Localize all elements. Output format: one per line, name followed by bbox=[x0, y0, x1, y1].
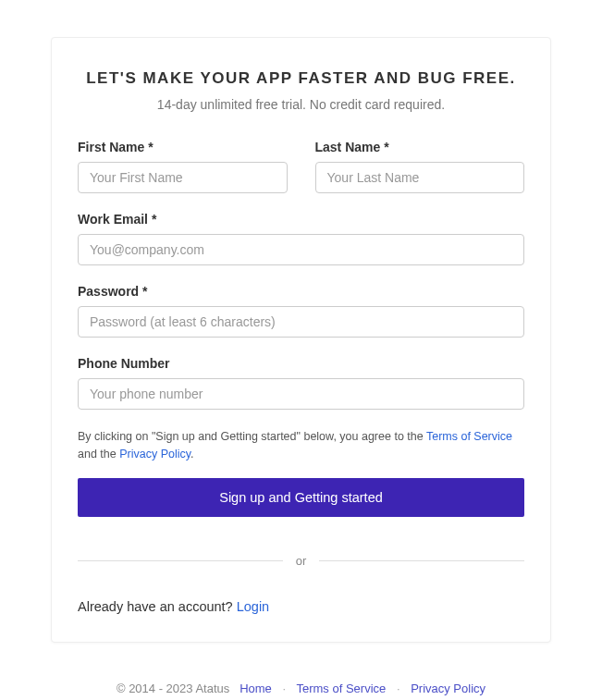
terms-text: By clicking on "Sign up and Getting star… bbox=[78, 428, 524, 463]
first-name-field: First Name * bbox=[78, 140, 288, 193]
divider: or bbox=[78, 554, 524, 568]
password-label: Password * bbox=[78, 284, 524, 299]
email-label: Work Email * bbox=[78, 212, 524, 227]
terms-of-service-link[interactable]: Terms of Service bbox=[426, 430, 512, 443]
password-field: Password * bbox=[78, 284, 524, 338]
signup-button[interactable]: Sign up and Getting started bbox=[78, 478, 524, 517]
phone-input[interactable] bbox=[78, 378, 524, 410]
footer-copyright: © 2014 - 2023 Atatus bbox=[117, 682, 229, 695]
footer: © 2014 - 2023 Atatus Home · Terms of Ser… bbox=[0, 682, 602, 695]
phone-label: Phone Number bbox=[78, 356, 524, 371]
terms-middle: and the bbox=[78, 448, 119, 461]
terms-suffix: . bbox=[190, 448, 193, 461]
footer-sep-2: · bbox=[397, 682, 400, 695]
footer-sep-1: · bbox=[282, 682, 286, 695]
login-link[interactable]: Login bbox=[237, 599, 269, 614]
divider-line-right bbox=[319, 560, 524, 561]
name-row: First Name * Last Name * bbox=[78, 140, 524, 212]
footer-home-link[interactable]: Home bbox=[240, 682, 272, 695]
login-prompt: Already have an account? Login bbox=[78, 599, 524, 614]
email-field: Work Email * bbox=[78, 212, 524, 265]
first-name-input[interactable] bbox=[78, 162, 288, 193]
footer-tos-link[interactable]: Terms of Service bbox=[296, 682, 386, 695]
signup-card: LET'S MAKE YOUR APP FASTER AND BUG FREE.… bbox=[51, 37, 551, 643]
privacy-policy-link[interactable]: Privacy Policy bbox=[119, 448, 190, 461]
divider-line-left bbox=[78, 560, 283, 561]
password-input[interactable] bbox=[78, 306, 524, 338]
last-name-field: Last Name * bbox=[315, 140, 525, 193]
footer-privacy-link[interactable]: Privacy Policy bbox=[411, 682, 485, 695]
terms-prefix: By clicking on "Sign up and Getting star… bbox=[78, 430, 426, 443]
divider-label: or bbox=[283, 554, 320, 568]
phone-field: Phone Number bbox=[78, 356, 524, 410]
first-name-label: First Name * bbox=[78, 140, 288, 154]
last-name-input[interactable] bbox=[315, 162, 525, 193]
last-name-label: Last Name * bbox=[315, 140, 525, 154]
page-subtitle: 14-day unlimited free trial. No credit c… bbox=[78, 97, 524, 112]
login-prompt-text: Already have an account? bbox=[78, 599, 237, 614]
page-title: LET'S MAKE YOUR APP FASTER AND BUG FREE. bbox=[78, 69, 524, 88]
email-input[interactable] bbox=[78, 234, 524, 265]
